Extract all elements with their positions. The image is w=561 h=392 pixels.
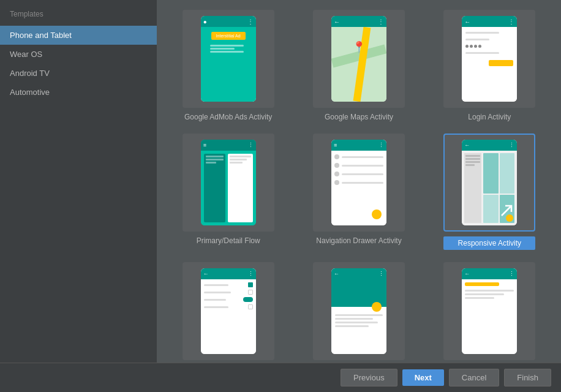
template-responsive[interactable]: ← ⋮ bbox=[431, 134, 549, 250]
template-login-thumb: ← ⋮ bbox=[443, 10, 535, 108]
login-mockup: ← ⋮ bbox=[462, 16, 517, 102]
template-maps-thumb: ← ⋮ 📍 bbox=[313, 10, 405, 108]
sidebar-item-automotive[interactable]: Automotive bbox=[0, 83, 157, 102]
template-admob-thumb: ● ⋮ Interstitial Ad bbox=[183, 10, 274, 108]
template-empty-thumb: ← ⋮ bbox=[443, 262, 535, 360]
primary-detail-label: Primary/Detail Flow bbox=[197, 236, 260, 245]
maps-mockup: ← ⋮ 📍 bbox=[331, 16, 386, 102]
scrolling-mockup: ← ⋮ bbox=[331, 268, 386, 354]
sidebar-item-phone-tablet[interactable]: Phone and Tablet bbox=[0, 26, 157, 45]
responsive-label: Responsive Activity bbox=[443, 236, 535, 250]
template-nav-drawer[interactable]: ≡ ⋮ bbox=[299, 134, 418, 250]
bottom-bar: Previous Next Cancel Finish bbox=[0, 363, 561, 392]
maps-label: Google Maps Activity bbox=[325, 113, 393, 121]
empty-mockup: ← ⋮ bbox=[462, 268, 517, 354]
template-scrolling[interactable]: ← ⋮ bbox=[299, 262, 418, 363]
login-label: Login Activity bbox=[468, 113, 511, 121]
sidebar: Templates Phone and Tablet Wear OS Andro… bbox=[0, 0, 157, 363]
template-responsive-thumb: ← ⋮ bbox=[443, 134, 535, 232]
admob-interstitial-label: Interstitial Ad bbox=[211, 32, 246, 40]
nav-drawer-mockup: ≡ ⋮ bbox=[331, 140, 386, 225]
next-button[interactable]: Next bbox=[402, 369, 444, 386]
template-login[interactable]: ← ⋮ bbox=[431, 10, 549, 121]
sidebar-title: Templates bbox=[0, 5, 157, 26]
main-layout: Templates Phone and Tablet Wear OS Andro… bbox=[0, 0, 561, 363]
finish-button[interactable]: Finish bbox=[504, 369, 551, 386]
sidebar-item-android-tv[interactable]: Android TV bbox=[0, 64, 157, 83]
admob-label: Google AdMob Ads Activity bbox=[184, 113, 272, 121]
content-area: ● ⋮ Interstitial Ad Goog bbox=[157, 0, 561, 363]
admob-top-bar: ● bbox=[203, 18, 207, 25]
admob-mockup: ● ⋮ Interstitial Ad bbox=[201, 16, 256, 102]
nav-drawer-label: Navigation Drawer Activity bbox=[316, 236, 401, 245]
settings-mockup: ← ⋮ bbox=[201, 268, 256, 354]
sidebar-item-wear-os[interactable]: Wear OS bbox=[0, 45, 157, 64]
template-primary-detail[interactable]: ≡ ⋮ bbox=[169, 134, 287, 250]
template-settings[interactable]: ← ⋮ bbox=[169, 262, 287, 363]
responsive-mockup: ← ⋮ bbox=[462, 140, 517, 225]
template-settings-thumb: ← ⋮ bbox=[183, 262, 274, 360]
template-nav-drawer-thumb: ≡ ⋮ bbox=[313, 134, 405, 232]
template-maps[interactable]: ← ⋮ 📍 Google Maps Activity bbox=[299, 10, 418, 121]
primary-detail-mockup: ≡ ⋮ bbox=[201, 140, 256, 225]
template-empty[interactable]: ← ⋮ Empty Activity bbox=[431, 262, 549, 363]
cancel-button[interactable]: Cancel bbox=[449, 369, 499, 386]
template-scrolling-thumb: ← ⋮ bbox=[313, 262, 405, 360]
template-admob[interactable]: ● ⋮ Interstitial Ad Goog bbox=[169, 10, 287, 121]
previous-button[interactable]: Previous bbox=[341, 369, 397, 386]
template-primary-detail-thumb: ≡ ⋮ bbox=[183, 134, 274, 232]
templates-grid: ● ⋮ Interstitial Ad Goog bbox=[169, 10, 549, 363]
